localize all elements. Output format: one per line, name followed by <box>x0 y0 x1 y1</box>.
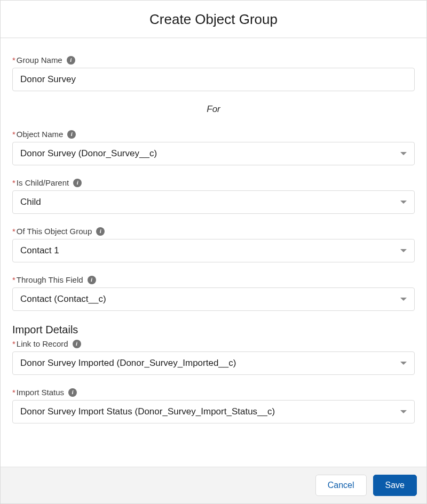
group-name-label-text: Group Name <box>17 55 62 65</box>
object-name-label-text: Object Name <box>17 130 64 139</box>
link-to-record-label-text: Link to Record <box>17 339 68 348</box>
modal-body: *Group Name i For *Object Name i Donor S… <box>1 38 426 467</box>
through-field-label: *Through This Field i <box>12 275 415 284</box>
required-indicator: * <box>12 130 15 139</box>
create-object-group-modal: Create Object Group *Group Name i For *O… <box>0 0 427 504</box>
object-name-field: *Object Name i Donor Survey (Donor_Surve… <box>12 130 415 165</box>
of-object-group-label: *Of This Object Group i <box>12 227 415 236</box>
group-name-input[interactable] <box>12 68 415 91</box>
import-status-select[interactable]: Donor Survey Import Status (Donor_Survey… <box>12 400 415 423</box>
import-details-heading: Import Details <box>12 324 415 336</box>
required-indicator: * <box>12 339 15 348</box>
is-child-parent-label-text: Is Child/Parent <box>17 178 69 187</box>
of-object-group-label-text: Of This Object Group <box>17 227 92 236</box>
info-icon[interactable]: i <box>96 227 105 236</box>
object-name-value: Donor Survey (Donor_Survey__c) <box>12 142 415 165</box>
info-icon[interactable]: i <box>67 130 76 139</box>
through-field-field: *Through This Field i Contact (Contact__… <box>12 275 415 311</box>
import-status-label: *Import Status i <box>12 388 415 397</box>
link-to-record-label: *Link to Record i <box>12 339 415 348</box>
object-name-label: *Object Name i <box>12 130 415 139</box>
info-icon[interactable]: i <box>73 340 81 348</box>
required-indicator: * <box>12 55 15 65</box>
is-child-parent-label: *Is Child/Parent i <box>12 178 415 187</box>
import-status-label-text: Import Status <box>17 388 64 397</box>
is-child-parent-field: *Is Child/Parent i Child <box>12 178 415 214</box>
object-name-select[interactable]: Donor Survey (Donor_Survey__c) <box>12 142 415 165</box>
group-name-field: *Group Name i <box>12 55 415 91</box>
modal-header: Create Object Group <box>1 1 426 38</box>
link-to-record-select[interactable]: Donor Survey Imported (Donor_Survey_Impo… <box>12 351 415 375</box>
link-to-record-value: Donor Survey Imported (Donor_Survey_Impo… <box>12 351 415 375</box>
cancel-button[interactable]: Cancel <box>315 475 367 496</box>
info-icon[interactable]: i <box>73 179 82 187</box>
group-name-label: *Group Name i <box>12 55 415 65</box>
through-field-label-text: Through This Field <box>17 275 83 284</box>
required-indicator: * <box>12 178 15 187</box>
is-child-parent-select[interactable]: Child <box>12 190 415 214</box>
info-icon[interactable]: i <box>88 276 96 284</box>
required-indicator: * <box>12 275 15 284</box>
import-status-field: *Import Status i Donor Survey Import Sta… <box>12 388 415 423</box>
modal-footer: Cancel Save <box>1 467 426 503</box>
info-icon[interactable]: i <box>67 56 75 65</box>
of-object-group-value: Contact 1 <box>12 239 415 262</box>
is-child-parent-value: Child <box>12 190 415 214</box>
of-object-group-select[interactable]: Contact 1 <box>12 239 415 262</box>
save-button[interactable]: Save <box>373 475 417 496</box>
for-divider-text: For <box>12 104 415 115</box>
required-indicator: * <box>12 388 15 397</box>
through-field-select[interactable]: Contact (Contact__c) <box>12 287 415 311</box>
of-object-group-field: *Of This Object Group i Contact 1 <box>12 227 415 262</box>
import-status-value: Donor Survey Import Status (Donor_Survey… <box>12 400 415 423</box>
modal-title: Create Object Group <box>1 11 426 28</box>
required-indicator: * <box>12 227 15 236</box>
through-field-value: Contact (Contact__c) <box>12 287 415 311</box>
link-to-record-field: *Link to Record i Donor Survey Imported … <box>12 339 415 375</box>
info-icon[interactable]: i <box>68 388 77 397</box>
